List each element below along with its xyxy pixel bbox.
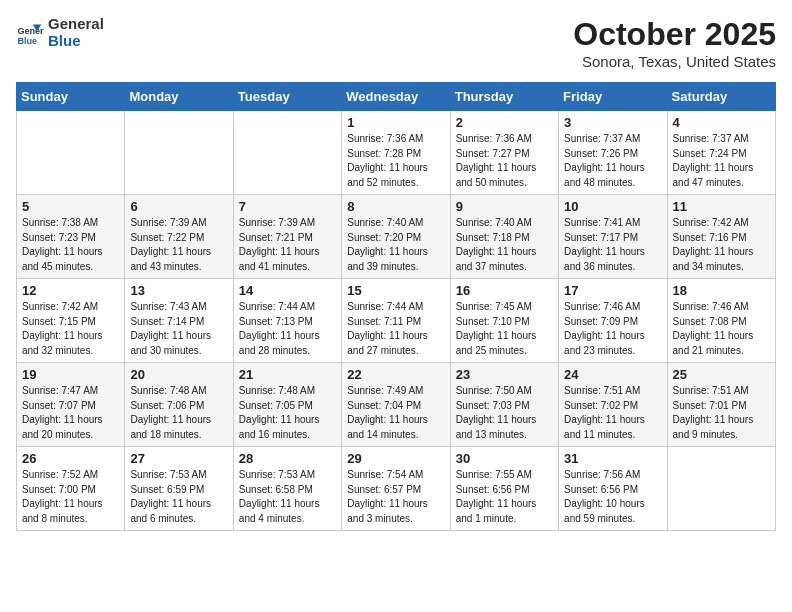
day-cell [233,111,341,195]
month-title: October 2025 [573,16,776,53]
day-number: 21 [239,367,336,382]
day-cell: 2Sunrise: 7:36 AM Sunset: 7:27 PM Daylig… [450,111,558,195]
day-number: 25 [673,367,770,382]
day-cell: 30Sunrise: 7:55 AM Sunset: 6:56 PM Dayli… [450,447,558,531]
day-info: Sunrise: 7:46 AM Sunset: 7:09 PM Dayligh… [564,300,661,358]
day-cell: 18Sunrise: 7:46 AM Sunset: 7:08 PM Dayli… [667,279,775,363]
weekday-header-thursday: Thursday [450,83,558,111]
day-info: Sunrise: 7:38 AM Sunset: 7:23 PM Dayligh… [22,216,119,274]
day-cell: 1Sunrise: 7:36 AM Sunset: 7:28 PM Daylig… [342,111,450,195]
day-cell: 31Sunrise: 7:56 AM Sunset: 6:56 PM Dayli… [559,447,667,531]
day-cell: 21Sunrise: 7:48 AM Sunset: 7:05 PM Dayli… [233,363,341,447]
day-cell: 8Sunrise: 7:40 AM Sunset: 7:20 PM Daylig… [342,195,450,279]
day-number: 22 [347,367,444,382]
day-cell: 26Sunrise: 7:52 AM Sunset: 7:00 PM Dayli… [17,447,125,531]
day-number: 13 [130,283,227,298]
day-info: Sunrise: 7:51 AM Sunset: 7:02 PM Dayligh… [564,384,661,442]
day-info: Sunrise: 7:43 AM Sunset: 7:14 PM Dayligh… [130,300,227,358]
day-number: 6 [130,199,227,214]
day-number: 9 [456,199,553,214]
day-number: 14 [239,283,336,298]
svg-text:Blue: Blue [17,35,37,45]
day-cell: 12Sunrise: 7:42 AM Sunset: 7:15 PM Dayli… [17,279,125,363]
day-number: 28 [239,451,336,466]
day-number: 19 [22,367,119,382]
day-info: Sunrise: 7:44 AM Sunset: 7:11 PM Dayligh… [347,300,444,358]
title-block: October 2025 Sonora, Texas, United State… [573,16,776,70]
day-cell: 11Sunrise: 7:42 AM Sunset: 7:16 PM Dayli… [667,195,775,279]
week-row-2: 5Sunrise: 7:38 AM Sunset: 7:23 PM Daylig… [17,195,776,279]
day-info: Sunrise: 7:56 AM Sunset: 6:56 PM Dayligh… [564,468,661,526]
logo-blue: Blue [48,33,104,50]
day-info: Sunrise: 7:47 AM Sunset: 7:07 PM Dayligh… [22,384,119,442]
day-cell: 29Sunrise: 7:54 AM Sunset: 6:57 PM Dayli… [342,447,450,531]
day-cell [667,447,775,531]
day-info: Sunrise: 7:44 AM Sunset: 7:13 PM Dayligh… [239,300,336,358]
day-number: 23 [456,367,553,382]
logo-general: General [48,16,104,33]
logo: General Blue General Blue [16,16,104,49]
day-info: Sunrise: 7:51 AM Sunset: 7:01 PM Dayligh… [673,384,770,442]
day-number: 12 [22,283,119,298]
day-cell: 24Sunrise: 7:51 AM Sunset: 7:02 PM Dayli… [559,363,667,447]
day-number: 30 [456,451,553,466]
day-number: 5 [22,199,119,214]
day-number: 16 [456,283,553,298]
day-info: Sunrise: 7:40 AM Sunset: 7:18 PM Dayligh… [456,216,553,274]
week-row-4: 19Sunrise: 7:47 AM Sunset: 7:07 PM Dayli… [17,363,776,447]
day-number: 24 [564,367,661,382]
week-row-3: 12Sunrise: 7:42 AM Sunset: 7:15 PM Dayli… [17,279,776,363]
day-cell: 19Sunrise: 7:47 AM Sunset: 7:07 PM Dayli… [17,363,125,447]
weekday-header-wednesday: Wednesday [342,83,450,111]
page-header: General Blue General Blue October 2025 S… [16,16,776,70]
week-row-1: 1Sunrise: 7:36 AM Sunset: 7:28 PM Daylig… [17,111,776,195]
day-cell: 23Sunrise: 7:50 AM Sunset: 7:03 PM Dayli… [450,363,558,447]
weekday-header-row: SundayMondayTuesdayWednesdayThursdayFrid… [17,83,776,111]
day-cell [125,111,233,195]
day-cell: 10Sunrise: 7:41 AM Sunset: 7:17 PM Dayli… [559,195,667,279]
day-info: Sunrise: 7:48 AM Sunset: 7:05 PM Dayligh… [239,384,336,442]
weekday-header-sunday: Sunday [17,83,125,111]
day-info: Sunrise: 7:48 AM Sunset: 7:06 PM Dayligh… [130,384,227,442]
day-cell: 9Sunrise: 7:40 AM Sunset: 7:18 PM Daylig… [450,195,558,279]
day-cell: 4Sunrise: 7:37 AM Sunset: 7:24 PM Daylig… [667,111,775,195]
day-info: Sunrise: 7:39 AM Sunset: 7:21 PM Dayligh… [239,216,336,274]
day-info: Sunrise: 7:36 AM Sunset: 7:27 PM Dayligh… [456,132,553,190]
day-cell: 17Sunrise: 7:46 AM Sunset: 7:09 PM Dayli… [559,279,667,363]
weekday-header-tuesday: Tuesday [233,83,341,111]
day-info: Sunrise: 7:37 AM Sunset: 7:24 PM Dayligh… [673,132,770,190]
day-number: 11 [673,199,770,214]
day-number: 7 [239,199,336,214]
day-cell: 22Sunrise: 7:49 AM Sunset: 7:04 PM Dayli… [342,363,450,447]
day-number: 8 [347,199,444,214]
day-cell: 27Sunrise: 7:53 AM Sunset: 6:59 PM Dayli… [125,447,233,531]
day-info: Sunrise: 7:45 AM Sunset: 7:10 PM Dayligh… [456,300,553,358]
day-info: Sunrise: 7:41 AM Sunset: 7:17 PM Dayligh… [564,216,661,274]
day-number: 17 [564,283,661,298]
day-info: Sunrise: 7:39 AM Sunset: 7:22 PM Dayligh… [130,216,227,274]
weekday-header-saturday: Saturday [667,83,775,111]
day-cell: 13Sunrise: 7:43 AM Sunset: 7:14 PM Dayli… [125,279,233,363]
day-cell: 25Sunrise: 7:51 AM Sunset: 7:01 PM Dayli… [667,363,775,447]
day-cell: 3Sunrise: 7:37 AM Sunset: 7:26 PM Daylig… [559,111,667,195]
weekday-header-monday: Monday [125,83,233,111]
day-info: Sunrise: 7:46 AM Sunset: 7:08 PM Dayligh… [673,300,770,358]
day-info: Sunrise: 7:42 AM Sunset: 7:16 PM Dayligh… [673,216,770,274]
day-cell: 5Sunrise: 7:38 AM Sunset: 7:23 PM Daylig… [17,195,125,279]
day-cell: 14Sunrise: 7:44 AM Sunset: 7:13 PM Dayli… [233,279,341,363]
day-info: Sunrise: 7:37 AM Sunset: 7:26 PM Dayligh… [564,132,661,190]
day-info: Sunrise: 7:53 AM Sunset: 6:59 PM Dayligh… [130,468,227,526]
day-info: Sunrise: 7:49 AM Sunset: 7:04 PM Dayligh… [347,384,444,442]
day-number: 2 [456,115,553,130]
day-cell: 20Sunrise: 7:48 AM Sunset: 7:06 PM Dayli… [125,363,233,447]
day-info: Sunrise: 7:52 AM Sunset: 7:00 PM Dayligh… [22,468,119,526]
day-cell [17,111,125,195]
day-info: Sunrise: 7:40 AM Sunset: 7:20 PM Dayligh… [347,216,444,274]
day-number: 27 [130,451,227,466]
day-info: Sunrise: 7:36 AM Sunset: 7:28 PM Dayligh… [347,132,444,190]
day-info: Sunrise: 7:53 AM Sunset: 6:58 PM Dayligh… [239,468,336,526]
day-number: 15 [347,283,444,298]
day-number: 26 [22,451,119,466]
calendar: SundayMondayTuesdayWednesdayThursdayFrid… [16,82,776,531]
day-number: 3 [564,115,661,130]
